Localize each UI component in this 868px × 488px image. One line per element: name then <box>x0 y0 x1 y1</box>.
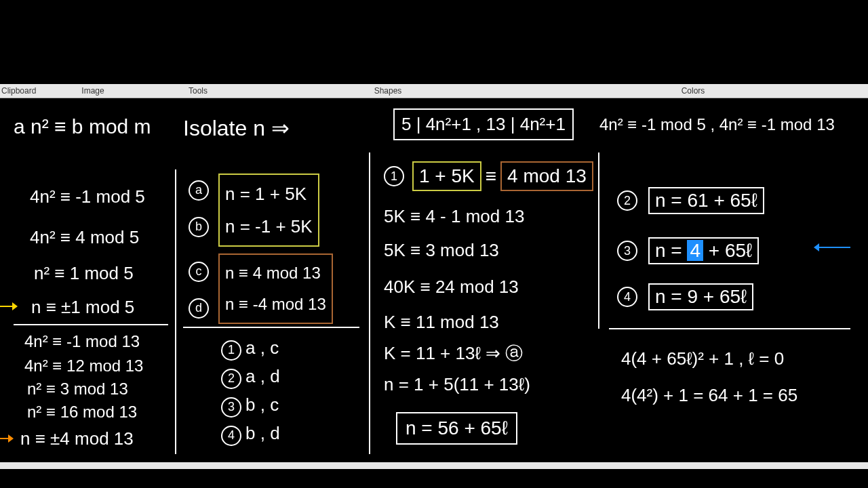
arrow-orange <box>0 434 15 443</box>
c2-div <box>183 327 359 328</box>
step1-right: 4 mod 13 <box>500 161 593 191</box>
opt-b: b <box>189 214 213 237</box>
c1-l7: n² ≡ 3 mod 13 <box>27 380 128 399</box>
opt-d-text: n ≡ -4 mod 13 <box>225 289 326 320</box>
pair1: 1a , c <box>221 338 279 361</box>
opt-a: a <box>189 178 213 201</box>
result3-box: n = 4 + 65ℓ <box>648 237 759 264</box>
step1-left: 1 + 5K <box>412 161 481 191</box>
box-cd: n ≡ 4 mod 13 n ≡ -4 mod 13 <box>218 253 333 324</box>
arrow-blue <box>812 243 853 252</box>
c3-s6: n = 1 + 5(11 + 13ℓ) <box>384 374 530 395</box>
tb-tools: Tools <box>151 86 245 96</box>
c1-div <box>14 324 168 325</box>
step1-equiv: ≡ <box>486 165 496 187</box>
c3-s5: K = 11 + 13ℓ ⇒ ⓐ <box>384 342 523 365</box>
c1-l4: n ≡ ±1 mod 5 <box>31 297 134 318</box>
circle-d: d <box>189 298 209 319</box>
result2: 2n = 61 + 65ℓ <box>617 187 764 214</box>
sep1 <box>175 169 176 454</box>
c3-s1: 5K ≡ 4 - 1 mod 13 <box>384 206 524 227</box>
isolate-n: Isolate n ⇒ <box>183 115 290 141</box>
circle-1: 1 <box>384 166 404 186</box>
c3-result: n = 56 + 65ℓ <box>396 412 517 445</box>
c3-s2: 5K ≡ 3 mod 13 <box>384 240 499 261</box>
c1-l5: 4n² ≡ -1 mod 13 <box>24 332 140 351</box>
box-ab: n = 1 + 5K n = -1 + 5K <box>218 174 319 247</box>
c4-div <box>609 328 850 329</box>
tb-colors: Colors <box>530 86 856 96</box>
pair2: 2a , d <box>221 366 280 389</box>
opt-d: d <box>189 296 213 319</box>
c3-s4: K ≡ 11 mod 13 <box>384 312 499 333</box>
tb-shapes: Shapes <box>245 86 530 96</box>
circle-c: c <box>189 262 209 282</box>
result4: 4n = 9 + 65ℓ <box>617 283 753 310</box>
tb-image: Image <box>35 86 151 96</box>
general-form: a n² ≡ b mod m <box>14 115 151 138</box>
pair4: 4b , d <box>221 423 280 446</box>
step1-eq: 1 1 + 5K ≡ 4 mod 13 <box>384 161 593 191</box>
c1-l9: n ≡ ±4 mod 13 <box>20 428 134 449</box>
c1-l6: 4n² ≡ 12 mod 13 <box>24 357 143 375</box>
arrow-yellow <box>0 302 19 311</box>
c1-l8: n² ≡ 16 mod 13 <box>27 403 137 422</box>
result3: 3 n = 4 + 65ℓ <box>617 237 759 264</box>
circle-a: a <box>189 180 209 201</box>
toolbar: Clipboard Image Tools Shapes Colors <box>0 84 868 98</box>
bottom-bar <box>0 462 868 469</box>
c1-l1: 4n² ≡ -1 mod 5 <box>30 186 145 207</box>
check2: 4(4²) + 1 = 64 + 1 = 65 <box>621 385 797 406</box>
pair3: 3b , c <box>221 394 279 418</box>
sep2 <box>369 152 370 454</box>
divisibility-box: 5 | 4n²+1 , 13 | 4n²+1 <box>393 108 574 140</box>
sep3 <box>598 152 599 329</box>
opt-c-text: n ≡ 4 mod 13 <box>225 258 326 289</box>
circle-b: b <box>189 217 209 237</box>
opt-c: c <box>189 259 213 282</box>
c1-l2: 4n² ≡ 4 mod 5 <box>30 227 139 248</box>
c3-s3: 40K ≡ 24 mod 13 <box>384 277 519 298</box>
tb-clipboard: Clipboard <box>0 86 35 96</box>
c1-l3: n² ≡ 1 mod 5 <box>34 263 134 284</box>
top-congruences: 4n² ≡ -1 mod 5 , 4n² ≡ -1 mod 13 <box>599 115 835 134</box>
check1: 4(4 + 65ℓ)² + 1 , ℓ = 0 <box>621 348 784 369</box>
opt-a-text: n = 1 + 5K <box>225 178 313 210</box>
opt-b-text: n = -1 + 5K <box>225 210 313 243</box>
